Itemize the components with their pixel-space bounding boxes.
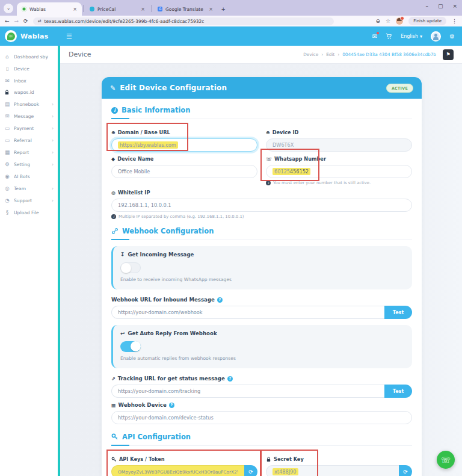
- question-icon[interactable]: ?: [217, 297, 223, 303]
- wablas-favicon: [22, 7, 26, 11]
- new-tab-button[interactable]: +: [221, 5, 225, 13]
- breadcrumb-edit[interactable]: Edit: [326, 52, 334, 57]
- redacted-digits: 456152: [290, 168, 309, 175]
- bookmark-star-icon[interactable]: ☆: [386, 18, 390, 24]
- sidebar-item-device[interactable]: ▯Device: [0, 63, 58, 75]
- cart-icon[interactable]: [386, 33, 392, 40]
- tab-title: Wablas: [29, 7, 70, 12]
- sidebar-item-wapos[interactable]: wapos.id: [0, 87, 58, 98]
- question-icon[interactable]: ?: [169, 403, 174, 408]
- browser-menu-icon[interactable]: ⋮: [452, 18, 457, 24]
- globe-icon: ⊕: [266, 130, 270, 135]
- back-icon[interactable]: ←: [5, 18, 10, 24]
- whitelist-ip-input[interactable]: [111, 199, 412, 212]
- site-info-icon[interactable]: ⇄: [38, 19, 42, 23]
- hamburger-menu-icon[interactable]: ☰: [66, 32, 72, 40]
- sidebar-item-report[interactable]: ▦Report›: [0, 146, 58, 158]
- reload-icon[interactable]: ⟳: [23, 18, 28, 24]
- settings-gear-icon[interactable]: ⚙: [449, 33, 455, 40]
- inbound-webhook-input[interactable]: [111, 306, 384, 319]
- maximize-icon[interactable]: ▢: [438, 3, 443, 9]
- notifications-mail-icon[interactable]: ✉: [372, 33, 377, 40]
- webhook-device-input[interactable]: [111, 411, 412, 424]
- test-inbound-button[interactable]: Test: [384, 306, 412, 319]
- incoming-message-panel: ↧Get Incoming Message Enable to receive …: [111, 246, 412, 289]
- sidebar-item-phonebook[interactable]: ▤Phonebook›: [0, 98, 58, 110]
- brand[interactable]: ☏ Wablas: [0, 30, 58, 42]
- sidebar-item-dashboard[interactable]: ⌂Dashboard sby: [0, 51, 58, 63]
- sidebar-item-team[interactable]: ◎Team›: [0, 182, 58, 194]
- chevron-right-icon: ›: [52, 102, 54, 107]
- regenerate-secret-icon[interactable]: ⟳: [399, 465, 412, 476]
- close-icon[interactable]: ×: [452, 3, 457, 9]
- chevron-right-icon: ›: [52, 162, 54, 167]
- caret-down-icon: ▾: [420, 34, 422, 39]
- sidebar-item-setting[interactable]: ⚙Setting›: [0, 158, 58, 170]
- field-whitelist-ip: ◍Whitelist IP iMultiple IP separated by …: [111, 190, 412, 219]
- zoom-icon[interactable]: ⊖: [376, 18, 381, 24]
- flag-button[interactable]: ⚑: [443, 49, 454, 60]
- api-token-input[interactable]: OMpyoyZvL3WtI3PGU8EzIQb9kxfUCxH3Or0auFCo…: [111, 465, 244, 476]
- browser-profile-avatar[interactable]: [396, 17, 403, 25]
- tab-pricecal[interactable]: PriceCal ×: [85, 2, 150, 16]
- tab-title: Google Translate: [165, 7, 206, 12]
- shield-icon: ◍: [111, 190, 116, 196]
- wablas-logo-icon: ☏: [5, 30, 17, 42]
- status-badge: ACTIVE: [386, 84, 413, 93]
- sidebar-item-upload-file[interactable]: §Upload File: [0, 206, 58, 218]
- tracking-url-input[interactable]: [111, 385, 384, 398]
- sidebar-item-inbox[interactable]: ✉Inbox: [0, 75, 58, 87]
- grid-icon: ▦: [111, 403, 116, 408]
- question-icon[interactable]: ?: [227, 376, 233, 382]
- url-bar[interactable]: ⇄ texas.wablas.com/device/edit/9cfe2265-…: [33, 17, 334, 25]
- whatsapp-number-input[interactable]: 60125456152: [266, 165, 412, 178]
- device-name-input[interactable]: [111, 165, 257, 178]
- tab-close-icon[interactable]: ×: [209, 7, 213, 12]
- window-controls: – ▢ ×: [425, 3, 457, 9]
- chevron-right-icon: ›: [52, 150, 54, 155]
- breadcrumb-device-id-link[interactable]: 004454ae D33a 4304 Bf58 3606e34cdb7b: [342, 52, 436, 57]
- field-device-id: ⊕Device ID: [266, 125, 412, 152]
- whatsapp-fab[interactable]: ☏: [437, 451, 455, 469]
- sidebar: ⌂Dashboard sby ▯Device ✉Inbox wapos.id ▤…: [0, 46, 58, 476]
- regenerate-token-icon[interactable]: ⟳: [244, 465, 257, 476]
- breadcrumb-device[interactable]: Device: [303, 52, 318, 57]
- section-basic-information: i Basic Information: [111, 106, 412, 119]
- section-api-configuration: API Configuration: [111, 433, 412, 446]
- gear-icon: ⚙: [4, 161, 10, 167]
- device-id-input[interactable]: [266, 138, 412, 152]
- user-avatar[interactable]: [431, 31, 441, 42]
- tab-close-icon[interactable]: ×: [73, 7, 77, 12]
- home-icon: ⌂: [4, 54, 10, 60]
- tab-close-icon[interactable]: ×: [141, 7, 145, 12]
- phonebook-icon: ▤: [4, 101, 10, 107]
- info-icon: i: [111, 214, 116, 219]
- sidebar-item-support[interactable]: ◔Support›: [0, 194, 58, 206]
- pricecal-favicon: [90, 7, 94, 11]
- inbox-icon: ✉: [4, 78, 10, 84]
- card-title: Edit Device Configuration: [120, 84, 227, 92]
- tab-strip: ⌄ Wablas × PriceCal × G Google Translate…: [0, 0, 462, 16]
- download-icon: ↧: [120, 252, 125, 258]
- finish-update-button[interactable]: Finish update: [408, 17, 446, 25]
- sidebar-item-referral[interactable]: ▭Referral›: [0, 134, 58, 146]
- auto-reply-toggle[interactable]: [120, 341, 141, 352]
- sidebar-item-message[interactable]: ✉Message›: [0, 110, 58, 122]
- field-domain: ⊕Domain / Base URL https://sby.wablas.co…: [111, 125, 257, 152]
- sidebar-item-ai-bots[interactable]: ◉AI Bots: [0, 170, 58, 182]
- field-tracking-url: ⇗Tracking URL for get status message? Te…: [111, 376, 412, 398]
- minimize-icon[interactable]: –: [425, 3, 428, 9]
- tab-google-translate[interactable]: G Google Translate ×: [153, 2, 218, 16]
- tab-wablas[interactable]: Wablas ×: [17, 2, 82, 16]
- language-selector[interactable]: English ▾: [401, 34, 422, 39]
- secret-key-input[interactable]: xt488J90: [266, 465, 399, 476]
- tab-search-button[interactable]: ⌄: [4, 4, 13, 13]
- lock-icon: [266, 457, 271, 462]
- incoming-message-toggle[interactable]: [120, 262, 141, 273]
- domain-input[interactable]: https://sby.wablas.com: [111, 138, 257, 152]
- forward-icon[interactable]: →: [14, 18, 19, 24]
- test-tracking-button[interactable]: Test: [384, 385, 412, 398]
- info-icon: i: [111, 107, 118, 114]
- payment-card-icon: ▭: [4, 125, 10, 131]
- sidebar-item-payment[interactable]: ▭Payment›: [0, 122, 58, 134]
